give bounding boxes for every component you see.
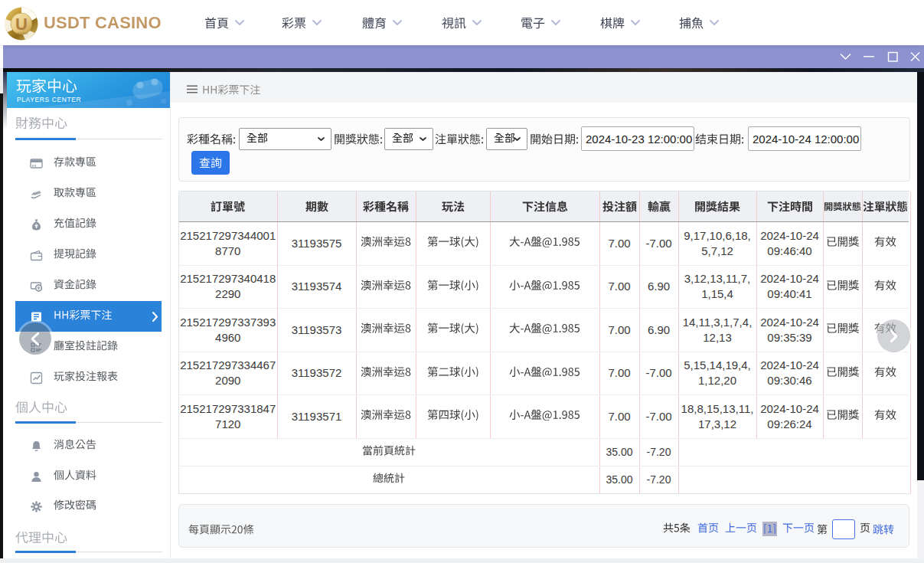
svg-text:CASINO: CASINO [15,31,28,35]
